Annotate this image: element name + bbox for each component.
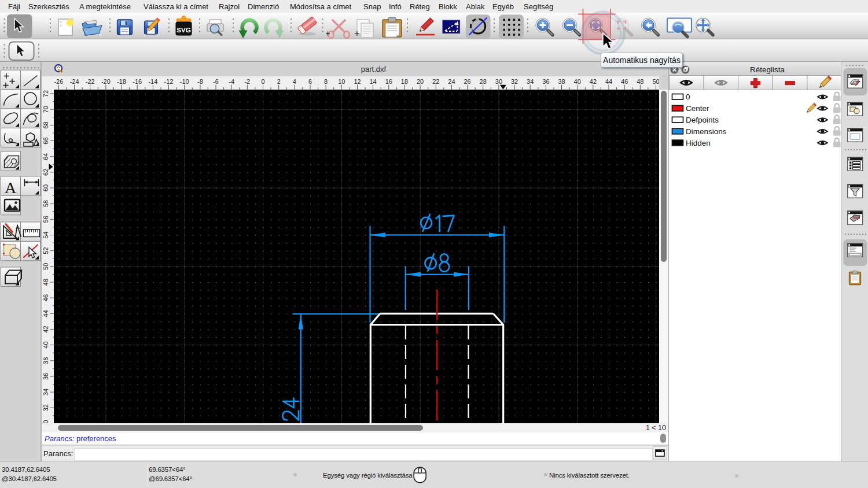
svg-text:30: 30 <box>495 78 502 85</box>
svg-text:38: 38 <box>42 357 49 364</box>
svg-text:0: 0 <box>686 93 690 101</box>
svg-text:28: 28 <box>480 78 487 85</box>
svg-text:18: 18 <box>401 78 408 85</box>
svg-text:14: 14 <box>369 78 376 85</box>
svg-text:48: 48 <box>42 279 49 286</box>
svg-text:72: 72 <box>42 90 49 97</box>
svg-text:44: 44 <box>42 310 49 317</box>
svg-text:10: 10 <box>338 78 345 85</box>
svg-text:-14: -14 <box>148 78 157 85</box>
svg-text:SVG: SVG <box>176 27 190 34</box>
svg-text:26: 26 <box>464 78 470 85</box>
svg-text:-10: -10 <box>180 78 189 85</box>
svg-text:58: 58 <box>42 200 49 207</box>
svg-text:52: 52 <box>42 247 49 254</box>
svg-text:-18: -18 <box>117 78 126 85</box>
svg-text:Center: Center <box>686 104 709 113</box>
svg-text:46: 46 <box>42 294 49 301</box>
svg-text:34: 34 <box>527 78 534 85</box>
svg-text:2: 2 <box>277 78 281 85</box>
svg-text:-20: -20 <box>101 78 111 85</box>
svg-text:32: 32 <box>42 404 49 411</box>
svg-text:Dimensions: Dimensions <box>686 127 727 136</box>
svg-text:-22: -22 <box>86 78 95 85</box>
svg-text:12: 12 <box>354 78 361 85</box>
svg-text:6: 6 <box>308 78 312 85</box>
svg-text:42: 42 <box>590 78 597 85</box>
svg-text:40: 40 <box>42 341 49 348</box>
svg-text:-12: -12 <box>164 78 174 85</box>
svg-text:46: 46 <box>621 78 628 85</box>
svg-text:42: 42 <box>42 326 49 332</box>
svg-text:-26: -26 <box>54 78 63 85</box>
svg-text:40: 40 <box>574 78 581 85</box>
svg-text:-8: -8 <box>197 78 203 85</box>
svg-text:Réteglista: Réteglista <box>750 65 785 74</box>
svg-text:64: 64 <box>42 153 49 160</box>
svg-text:44: 44 <box>605 78 612 85</box>
svg-text:62: 62 <box>42 169 49 176</box>
svg-text:48: 48 <box>637 78 643 85</box>
svg-text:8: 8 <box>324 78 328 85</box>
svg-text:38: 38 <box>558 78 565 85</box>
svg-text:66: 66 <box>42 137 49 144</box>
svg-text:54: 54 <box>42 231 49 238</box>
svg-text:60: 60 <box>42 184 49 191</box>
svg-text:34: 34 <box>42 389 49 395</box>
svg-text:-24: -24 <box>70 78 79 85</box>
svg-text:68: 68 <box>42 121 49 128</box>
svg-text:4: 4 <box>293 78 296 85</box>
svg-text:56: 56 <box>42 216 49 223</box>
svg-text:-16: -16 <box>133 78 142 85</box>
svg-text:70: 70 <box>42 106 49 113</box>
svg-text:24: 24 <box>448 78 455 85</box>
svg-text:Hidden: Hidden <box>686 139 711 147</box>
svg-text:36: 36 <box>542 78 549 85</box>
svg-text:-4: -4 <box>229 78 234 85</box>
svg-text:22: 22 <box>432 78 439 85</box>
svg-text:-2: -2 <box>244 78 250 85</box>
svg-text:50: 50 <box>652 78 659 85</box>
svg-text:A: A <box>5 179 17 197</box>
svg-text:36: 36 <box>42 373 49 380</box>
svg-text:-6: -6 <box>213 78 219 85</box>
svg-text:50: 50 <box>42 263 49 270</box>
svg-text:0: 0 <box>261 78 264 85</box>
svg-text:16: 16 <box>385 78 392 85</box>
svg-text:32: 32 <box>511 78 518 85</box>
svg-text:20: 20 <box>417 78 424 85</box>
svg-text:Defpoints: Defpoints <box>686 116 719 124</box>
